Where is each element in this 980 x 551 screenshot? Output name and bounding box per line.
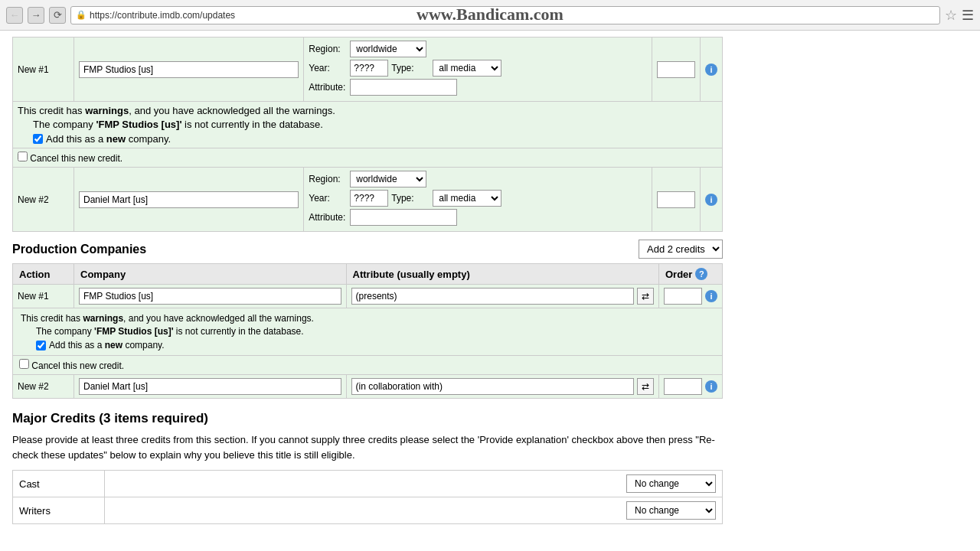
refresh-button[interactable]: ⟳ — [49, 7, 66, 24]
region-row-2: Region: worldwide — [309, 171, 647, 187]
action-label: New #1 — [18, 64, 49, 75]
prod-cancel-text-1: Cancel this new credit. — [31, 360, 124, 371]
region-select[interactable]: worldwide — [350, 41, 426, 57]
action-cell: New #1 — [13, 37, 74, 102]
year-input-2[interactable] — [350, 190, 388, 207]
action-label-2: New #2 — [18, 194, 49, 205]
region-cell-2: Region: worldwide Year: Type: all media — [304, 168, 652, 232]
prod-info-icon-1[interactable]: i — [705, 290, 717, 302]
attribute-label-2: Attribute: — [309, 212, 347, 223]
prod-new-bold-1: new — [105, 340, 122, 350]
attribute-input[interactable] — [350, 79, 457, 96]
prod-new-company-checkbox-1[interactable] — [36, 341, 46, 350]
order-container-2: i — [664, 378, 717, 395]
year-type-row: Year: Type: all media — [309, 60, 647, 77]
region-select-2[interactable]: worldwide — [350, 171, 426, 187]
right-fields-2: Region: worldwide Year: Type: all media — [309, 171, 647, 226]
major-credits-table: Cast No change Add credits Replace credi… — [12, 470, 723, 524]
order-container-1: i — [664, 288, 717, 305]
warning-cell: This credit has warnings, and you have a… — [13, 102, 723, 148]
type-select[interactable]: all media — [433, 60, 501, 77]
address-bar[interactable]: 🔒 https://contribute.imdb.com/updates — [70, 6, 940, 24]
major-credits-desc: Please provide at least three credits fr… — [12, 432, 723, 462]
arrows-button-1[interactable]: ⇄ — [637, 288, 654, 305]
action-cell-2: New #2 — [13, 168, 74, 232]
prod-warning-detail-1: The company 'FMP Studios [us]' is not cu… — [36, 326, 714, 337]
empty-cell-2 — [652, 168, 701, 232]
warning-message: This credit has warnings, and you have a… — [18, 105, 717, 116]
prod-action-2: New #2 — [13, 375, 74, 399]
cast-row: Cast No change Add credits Replace credi… — [13, 471, 723, 497]
attribute-row-2: Attribute: — [309, 209, 647, 226]
type-select-2[interactable]: all media — [433, 190, 501, 207]
prod-attribute-input-1[interactable] — [351, 288, 634, 305]
table-row-2: New #2 Region: worldwide Year: T — [13, 168, 723, 232]
add-credits-select[interactable]: Add 2 credits Add 1 credit Add 3 credits… — [639, 240, 723, 259]
warning-prefix: This credit has — [18, 105, 85, 116]
prod-action-label-1: New #1 — [18, 291, 49, 302]
writers-dropdown-cell: No change Add credits Replace credits — [105, 497, 723, 524]
cancel-row: Cancel this new credit. — [13, 148, 723, 168]
type-label-2: Type: — [391, 193, 430, 204]
arrows-button-2[interactable]: ⇄ — [637, 378, 654, 395]
company-cell-2 — [74, 168, 304, 232]
new-company-checkbox[interactable] — [33, 134, 43, 144]
prod-warning-msg-1: This credit has warnings, and you have a… — [21, 313, 714, 324]
info-icon[interactable]: i — [705, 64, 717, 76]
cast-select[interactable]: No change Add credits Replace credits — [626, 474, 716, 493]
prod-order-2: i — [659, 375, 723, 399]
order-input[interactable] — [657, 61, 695, 78]
prod-company-input-1[interactable] — [79, 288, 341, 305]
region-label: Region: — [309, 44, 347, 54]
attribute-label: Attribute: — [309, 82, 347, 93]
warning-suffix: , and you have acknowledged all the warn… — [129, 105, 335, 116]
attribute-container-1: ⇄ — [351, 288, 654, 305]
prod-attribute-1: ⇄ — [346, 285, 658, 308]
attribute-container-2: ⇄ — [351, 378, 654, 395]
new-bold: new — [106, 133, 126, 145]
cancel-checkbox[interactable] — [18, 152, 28, 161]
top-section-table: New #1 Region: worldwide Year: T — [12, 37, 723, 232]
prod-row-2: New #2 ⇄ i — [13, 375, 723, 399]
company-cell — [74, 37, 304, 102]
company-input[interactable] — [79, 61, 299, 78]
warning-detail: The company 'FMP Studios [us]' is not cu… — [33, 119, 717, 130]
order-info-icon[interactable]: ? — [695, 268, 707, 280]
year-input[interactable] — [350, 60, 388, 77]
writers-select[interactable]: No change Add credits Replace credits — [626, 501, 716, 520]
type-label: Type: — [391, 63, 430, 73]
cancel-cell: Cancel this new credit. — [13, 148, 723, 168]
company-header: Company — [74, 264, 347, 285]
right-fields: Region: worldwide Year: Type: all media — [309, 41, 647, 96]
add-credits-container: Add 2 credits Add 1 credit Add 3 credits… — [639, 240, 723, 259]
prod-new-company-label-1: Add this as a new company. — [49, 340, 165, 350]
prod-info-icon-2[interactable]: i — [705, 380, 717, 393]
cancel-text: Cancel this new credit. — [30, 153, 122, 164]
prod-cancel-row-1: Cancel this new credit. — [13, 356, 723, 375]
order-header-container: Order ? — [665, 268, 716, 280]
prod-warning-cell-1: This credit has warnings, and you have a… — [13, 308, 723, 356]
info-icon-2[interactable]: i — [705, 194, 717, 206]
prod-action-label-2: New #2 — [18, 381, 49, 392]
attribute-input-2[interactable] — [350, 209, 457, 226]
new-company-row: Add this as a new company. — [33, 133, 717, 145]
bookmark-icon[interactable]: ☆ — [945, 7, 957, 24]
new-company-label: Add this as a new company. — [46, 133, 171, 145]
prod-company-input-2[interactable] — [79, 378, 341, 395]
prod-attribute-2: ⇄ — [346, 375, 658, 399]
order-input-2[interactable] — [657, 191, 695, 208]
cast-label: Cast — [13, 471, 105, 497]
company-input-2[interactable] — [79, 191, 299, 208]
prod-order-input-2[interactable] — [664, 378, 702, 395]
prod-attribute-input-2[interactable] — [351, 378, 634, 395]
info-cell: i — [701, 37, 723, 102]
production-companies-title: Production Companies — [12, 243, 146, 256]
prod-order-input-1[interactable] — [664, 288, 702, 305]
lock-icon: 🔒 — [76, 10, 87, 20]
prod-company-bold-1: 'FMP Studios [us]' — [94, 326, 173, 337]
menu-icon[interactable]: ☰ — [962, 7, 974, 24]
prod-cancel-checkbox-1[interactable] — [19, 359, 29, 369]
forward-button[interactable]: → — [28, 7, 44, 24]
prod-company-1 — [74, 285, 347, 308]
back-button[interactable]: ← — [6, 7, 23, 24]
